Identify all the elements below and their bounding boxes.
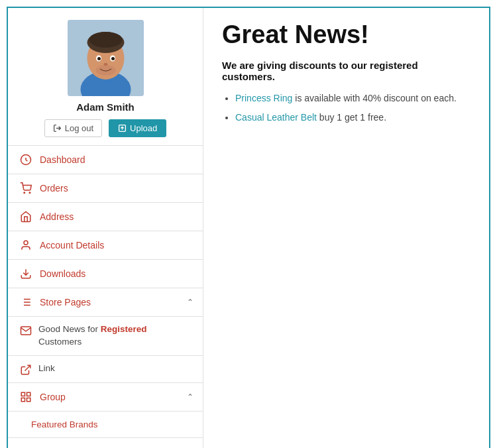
- sidebar-item-address[interactable]: Address: [8, 203, 203, 231]
- upload-button[interactable]: Upload: [109, 119, 166, 137]
- upload-icon: [118, 124, 127, 133]
- link-icon: [20, 364, 32, 376]
- sidebar-item-label: Account Details: [40, 240, 104, 251]
- sidebar-item-label: Downloads: [40, 268, 85, 279]
- user-name: Adam Smith: [76, 101, 135, 113]
- svg-point-8: [97, 57, 101, 60]
- sidebar-item-label: Dashboard: [40, 154, 85, 165]
- featured-brands-label: Featured Brands: [31, 420, 98, 429]
- page-title: Great News!: [222, 21, 470, 49]
- app-container: Adam Smith Log out Upload: [7, 7, 490, 448]
- avatar: [68, 20, 144, 96]
- orders-icon: [20, 182, 32, 194]
- logout-icon: [53, 124, 62, 133]
- dashboard-icon: [20, 154, 32, 166]
- avatar-image: [68, 20, 144, 96]
- good-news-label: Good News for Registered Customers: [38, 323, 191, 349]
- sidebar-item-featured-brands[interactable]: Featured Brands: [8, 412, 203, 438]
- svg-point-11: [95, 65, 115, 76]
- svg-rect-26: [27, 392, 30, 396]
- downloads-icon: [20, 268, 32, 280]
- svg-point-16: [24, 241, 28, 245]
- svg-rect-27: [21, 398, 25, 401]
- discount-list: Princess Ring is available with 40% disc…: [222, 91, 470, 125]
- svg-rect-28: [27, 398, 30, 401]
- princess-ring-link[interactable]: Princess Ring: [235, 93, 292, 103]
- chevron-down-icon: ⌃: [187, 298, 193, 307]
- svg-point-9: [111, 57, 115, 60]
- link-label: Link: [38, 363, 55, 375]
- sidebar-item-group[interactable]: Group ⌃: [8, 383, 203, 412]
- sidebar-item-label: Orders: [40, 183, 68, 194]
- nav-menu: Dashboard Orders Address: [8, 145, 203, 438]
- sidebar-item-orders[interactable]: Orders: [8, 174, 203, 203]
- svg-line-24: [25, 365, 30, 370]
- logout-button[interactable]: Log out: [44, 119, 102, 137]
- svg-rect-25: [21, 392, 25, 396]
- chevron-down-icon: ⌃: [187, 392, 193, 402]
- sidebar-item-downloads[interactable]: Downloads: [8, 260, 203, 288]
- sidebar-item-dashboard[interactable]: Dashboard: [8, 146, 203, 174]
- list-item: Princess Ring is available with 40% disc…: [235, 91, 470, 105]
- sidebar: Adam Smith Log out Upload: [8, 8, 203, 448]
- sidebar-item-link[interactable]: Link: [8, 356, 203, 383]
- svg-point-15: [29, 192, 30, 194]
- email-icon: [20, 325, 32, 337]
- main-content: Great News! We are giving discounts to o…: [203, 8, 489, 448]
- account-icon: [20, 239, 32, 251]
- sidebar-item-label: Group: [40, 392, 66, 402]
- casual-belt-link[interactable]: Casual Leather Belt: [235, 112, 317, 123]
- sidebar-item-store-pages[interactable]: Store Pages ⌃: [8, 288, 203, 317]
- store-icon: [20, 296, 32, 308]
- address-icon: [20, 211, 32, 223]
- sidebar-item-account-details[interactable]: Account Details: [8, 231, 203, 260]
- sidebar-item-label: Store Pages: [40, 297, 91, 308]
- sidebar-item-label: Address: [40, 211, 74, 222]
- svg-point-5: [89, 32, 122, 48]
- sidebar-item-good-news[interactable]: Good News for Registered Customers: [8, 317, 203, 356]
- main-subtitle: We are giving discounts to our registere…: [222, 60, 470, 82]
- list-item: Casual Leather Belt buy 1 get 1 free.: [235, 111, 470, 125]
- svg-point-14: [24, 192, 25, 194]
- group-icon: [20, 391, 32, 403]
- action-buttons: Log out Upload: [44, 119, 167, 137]
